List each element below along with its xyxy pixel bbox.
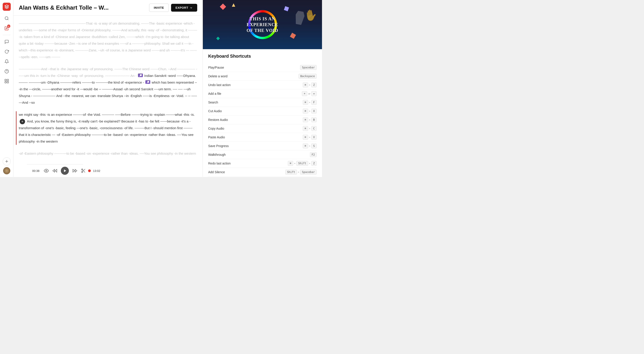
transcript-text: ----------------------------------------… xyxy=(19,20,197,157)
svg-rect-4 xyxy=(7,79,8,81)
scissors-icon[interactable] xyxy=(81,168,86,173)
shortcut-keys: ⌘+X xyxy=(303,109,317,113)
export-button[interactable]: EXPORT xyxy=(171,4,197,12)
key-separator: + xyxy=(294,162,296,165)
shortcut-label: Redo last action xyxy=(208,162,230,165)
shortcut-keys: ⌘+Shift+Z xyxy=(288,161,317,166)
keyboard-key: V xyxy=(311,135,317,140)
key-separator: + xyxy=(309,145,310,147)
shortcuts-panel: Keyboard Shortcuts Play/PauseSpacebarDel… xyxy=(203,49,322,177)
keyboard-key: ⌘ xyxy=(303,143,308,148)
shortcut-label: Undo last action xyxy=(208,83,230,87)
shortcut-row: Play/PauseSpacebar xyxy=(208,63,317,72)
shortcut-label: Cut Audio xyxy=(208,109,222,113)
hand-icon: ✋ xyxy=(303,8,319,22)
key-separator: or xyxy=(308,92,310,95)
shortcut-keys: ⌘+S xyxy=(303,143,317,148)
invite-button[interactable]: INVITE xyxy=(149,3,169,12)
sidebar-item-search[interactable] xyxy=(3,14,11,22)
represents-silence-label: — Represents Silence xyxy=(208,177,317,177)
editor-header: Alan Watts & Eckhart Tolle – W... INVITE… xyxy=(14,0,202,16)
keyboard-key: B xyxy=(311,117,317,122)
shortcut-row: Save Progress⌘+S xyxy=(208,142,317,150)
svg-point-0 xyxy=(5,17,8,20)
svg-marker-10 xyxy=(53,169,54,172)
active-paragraph: we might say -this -is an experience ---… xyxy=(16,111,197,145)
shortcut-row: Copy Audio⌘+C xyxy=(208,124,317,133)
shortcut-row: Add a file+or= xyxy=(208,89,317,98)
keyboard-key: F xyxy=(311,100,317,105)
shortcut-keys: Spacebar xyxy=(300,65,317,70)
shortcut-label: Add a file xyxy=(208,92,221,95)
play-button[interactable] xyxy=(61,167,69,175)
keyboard-key: ⌘ xyxy=(303,126,308,131)
svg-rect-3 xyxy=(5,79,6,81)
app-logo[interactable] xyxy=(3,3,11,11)
keyboard-key: Spacebar xyxy=(300,170,317,175)
shortcut-row: Undo last action⌘+Z xyxy=(208,81,317,89)
keyboard-key: X xyxy=(311,109,317,113)
keyboard-key: Z xyxy=(311,161,317,166)
shortcut-keys: ⌘+F xyxy=(303,100,317,105)
svg-point-15 xyxy=(82,169,83,170)
video-preview-text: THIS IS AN EXPERIENCE OF THE VOID xyxy=(247,16,278,33)
sidebar-item-help[interactable] xyxy=(3,67,11,75)
sidebar: M xyxy=(0,0,14,177)
fast-forward-icon[interactable] xyxy=(72,168,77,173)
sidebar-item-bell[interactable] xyxy=(3,57,11,65)
header-actions: INVITE EXPORT xyxy=(149,3,197,12)
add-inline-button[interactable]: + xyxy=(20,119,25,124)
keyboard-key: Spacebar xyxy=(300,65,317,70)
keyboard-key: F2 xyxy=(310,152,317,157)
user-avatar[interactable] xyxy=(3,167,10,174)
shortcut-row: WalkthroughF2 xyxy=(208,150,317,159)
svg-point-9 xyxy=(46,170,47,171)
right-panel: THIS IS AN EXPERIENCE OF THE VOID ✋ Keyb… xyxy=(202,0,322,177)
sidebar-item-add[interactable] xyxy=(3,157,11,165)
sidebar-item-comments[interactable] xyxy=(3,38,11,46)
shortcuts-list: Play/PauseSpacebarDelete a wordBackspace… xyxy=(208,63,317,177)
keyboard-key: ⌘ xyxy=(288,161,293,166)
transcript-paragraph-faded: -of -Eastern philosophy -----------to be… xyxy=(19,150,197,157)
key-separator: + xyxy=(309,162,310,165)
shortcut-keys: Backspace xyxy=(298,74,317,79)
player-total-time: 13:02 xyxy=(93,169,101,173)
edit-badge: M xyxy=(7,24,10,28)
keyboard-key: ⌘ xyxy=(303,109,308,113)
page-title: Alan Watts & Eckhart Tolle – W... xyxy=(19,4,109,11)
svg-marker-12 xyxy=(64,169,66,172)
keyboard-key: ⌘ xyxy=(303,82,308,87)
shortcut-keys: ⌘+B xyxy=(303,117,317,122)
player-current-time: 00:38 xyxy=(32,169,40,173)
shortcut-keys: F2 xyxy=(310,152,317,157)
sidebar-item-integrations[interactable] xyxy=(3,77,11,85)
shortcut-row: Paste Audio⌘+V xyxy=(208,133,317,142)
transcript-container[interactable]: ----------------------------------------… xyxy=(14,16,202,177)
keyboard-key: Backspace xyxy=(298,74,317,79)
shortcut-keys: ⌘+C xyxy=(303,126,317,131)
sidebar-item-edit[interactable]: M xyxy=(3,24,11,32)
shortcut-row: Search⌘+F xyxy=(208,98,317,107)
eye-icon[interactable] xyxy=(44,168,49,173)
keyboard-key: S xyxy=(311,143,317,148)
key-separator: + xyxy=(309,118,310,121)
shortcut-row: Cut Audio⌘+X xyxy=(208,107,317,115)
shortcut-row: Delete a wordBackspace xyxy=(208,72,317,81)
keyboard-key: C xyxy=(311,126,317,131)
keyboard-key: ⌘ xyxy=(303,135,308,140)
sidebar-item-refresh[interactable] xyxy=(3,48,11,56)
svg-rect-6 xyxy=(7,82,8,83)
transcript-paragraph: --------------------And --that is -the J… xyxy=(19,66,197,106)
shortcut-label: Play/Pause xyxy=(208,66,224,69)
keyboard-key: ⌘ xyxy=(303,117,308,122)
key-separator: + xyxy=(298,171,299,173)
rewind-icon[interactable] xyxy=(52,168,57,173)
shortcut-label: Search xyxy=(208,101,218,104)
keyboard-key: + xyxy=(302,91,307,96)
keyboard-key: Shift xyxy=(285,170,297,175)
shortcut-label: Save Progress xyxy=(208,144,229,148)
music-badge-2 xyxy=(145,80,150,84)
key-separator: + xyxy=(309,101,310,104)
music-badge xyxy=(138,73,143,77)
shortcut-label: Add Silence xyxy=(208,170,225,174)
